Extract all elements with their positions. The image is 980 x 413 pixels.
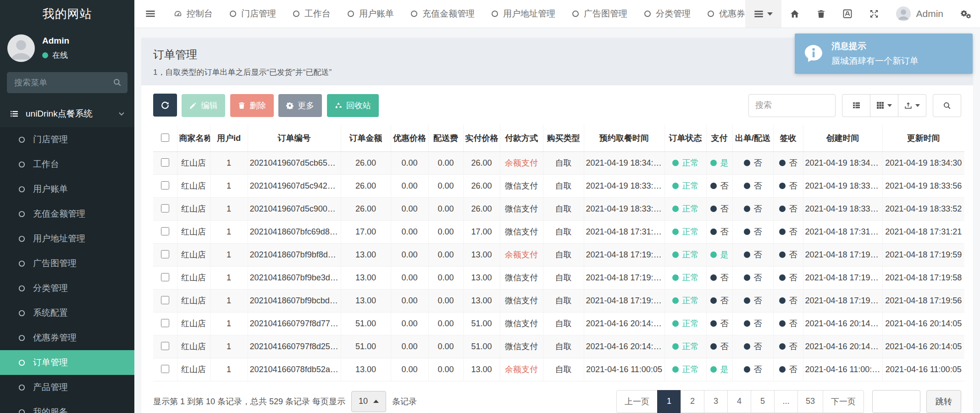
topnav-item[interactable]: 门店管理 (229, 8, 276, 20)
panel-body: 编辑 删除 (141, 85, 973, 413)
avatar (896, 6, 911, 21)
cell-ship-flag: 否 (732, 197, 773, 220)
topnav-item[interactable]: 分类管理 (644, 8, 691, 20)
home-button[interactable] (781, 0, 808, 28)
user-menu[interactable]: Admin (887, 0, 952, 28)
page-button[interactable]: 2 (681, 390, 704, 413)
page-button[interactable]: 1 (657, 390, 681, 413)
page-button[interactable]: ... (774, 390, 798, 413)
pay-flag-dot-icon (710, 229, 717, 235)
ship-flag-dot-icon (744, 366, 750, 373)
nav-list-dropdown-button[interactable] (745, 0, 781, 28)
topbar-right: Admin (745, 0, 980, 28)
row-checkbox[interactable] (161, 319, 169, 327)
grid-icon (876, 101, 884, 109)
columns-button[interactable] (870, 94, 898, 117)
page-size-select[interactable]: 10 (351, 391, 386, 412)
cell-discount: 0.00 (391, 197, 428, 220)
app-root: 我的网站 Admin 在线 (0, 0, 980, 413)
table-row: 红山店 1 2021041660797f8d25ee71 51.00 0.00 … (153, 335, 964, 358)
topnav-item[interactable]: 广告图管理 (572, 8, 627, 20)
topnav-item-label: 充值金额管理 (422, 8, 475, 20)
cell-created: 2021-04-16 20:14:05 (803, 312, 882, 335)
topnav-item[interactable]: 优惠券管理 (707, 8, 745, 20)
sidebar-search-input[interactable] (7, 72, 127, 93)
page-button[interactable]: 3 (704, 390, 728, 413)
edit-button[interactable]: 编辑 (182, 94, 225, 117)
sidebar-item[interactable]: 系统配置 (0, 301, 134, 325)
recycle-bin-button[interactable]: 回收站 (327, 94, 379, 117)
row-checkbox[interactable] (161, 204, 169, 212)
sidebar-item[interactable]: 用户地址管理 (0, 226, 134, 251)
row-checkbox[interactable] (161, 296, 169, 304)
row-checkbox[interactable] (161, 227, 169, 235)
cell-paid: 26.00 (463, 197, 500, 220)
table-row: 红山店 1 20210418607bf9be3d6f01 13.00 0.00 … (153, 266, 964, 289)
pay-flag-badge: 否 (710, 180, 729, 191)
circle-icon (572, 10, 579, 17)
page-button[interactable]: 下一页 (823, 390, 864, 413)
status-label: 正常 (682, 295, 699, 306)
row-checkbox[interactable] (161, 365, 169, 373)
refresh-button[interactable] (153, 94, 177, 117)
topnav-item[interactable]: 控制台 (174, 8, 213, 20)
cell-ship-flag: 否 (732, 266, 773, 289)
more-button[interactable]: 更多 (278, 94, 322, 117)
sidebar-item[interactable]: 工作台 (0, 152, 134, 177)
sidebar-item[interactable]: 我的服务 (0, 400, 134, 413)
select-all-checkbox[interactable] (161, 134, 169, 142)
status-badge: 正常 (672, 318, 699, 329)
ship-flag-dot-icon (744, 251, 750, 258)
cell-delivery-fee: 0.00 (428, 197, 463, 220)
page-jump-button[interactable]: 跳转 (926, 390, 961, 413)
row-checkbox[interactable] (161, 250, 169, 258)
cell-paid: 51.00 (463, 335, 500, 358)
cell-buy-type: 自取 (543, 358, 584, 381)
sidebar-item[interactable]: 订单管理 (0, 350, 134, 375)
topnav-item[interactable]: 用户地址管理 (491, 8, 555, 20)
topnav-item[interactable]: 工作台 (293, 8, 331, 20)
fullscreen-button[interactable] (861, 0, 887, 28)
column-header: 付款方式 (500, 125, 543, 151)
search-icon[interactable] (113, 78, 122, 87)
brand-title[interactable]: 我的网站 (0, 0, 134, 28)
ship-flag-label: 否 (754, 226, 762, 237)
delete-button[interactable]: 删除 (230, 94, 274, 117)
language-button[interactable] (834, 0, 861, 28)
topnav-item[interactable]: 用户账单 (347, 8, 394, 20)
sidebar-item[interactable]: 门店管理 (0, 127, 134, 152)
page-jump-input[interactable] (872, 390, 920, 413)
cell-order-no: 2021041660797f8d77e5f1 (248, 312, 341, 335)
sidebar-toggle-icon[interactable] (145, 9, 155, 19)
sidebar-item[interactable]: 用户账单 (0, 177, 134, 201)
topnav-item[interactable]: 充值金额管理 (410, 8, 475, 20)
row-checkbox[interactable] (161, 158, 169, 167)
detail-view-button[interactable] (842, 94, 870, 117)
sidebar-item[interactable]: 优惠券管理 (0, 325, 134, 350)
page-button[interactable]: 53 (797, 390, 823, 413)
cell-created: 2021-04-16 20:14:05 (803, 335, 882, 358)
sidebar-item[interactable]: 广告图管理 (0, 251, 134, 276)
cell-checkbox (153, 151, 177, 174)
sidebar-item-label: 门店管理 (33, 134, 68, 145)
export-button[interactable] (898, 94, 926, 117)
sidebar-group-unidrink[interactable]: uniDrink点餐系统 (0, 100, 134, 127)
row-checkbox[interactable] (161, 342, 169, 350)
sidebar-item[interactable]: 产品管理 (0, 375, 134, 400)
page-button[interactable]: 上一页 (616, 390, 658, 413)
row-checkbox[interactable] (161, 273, 169, 281)
table-search-input[interactable] (748, 94, 836, 117)
row-checkbox[interactable] (161, 181, 169, 190)
search-submit-button[interactable] (933, 94, 961, 117)
cell-sign-flag: 否 (773, 335, 803, 358)
cell-order-status: 正常 (664, 151, 706, 174)
sidebar-item[interactable]: 充值金额管理 (0, 201, 134, 226)
settings-button[interactable] (952, 0, 980, 28)
column-header: 商家名称 (177, 125, 210, 151)
page-button[interactable]: 5 (751, 390, 775, 413)
more-button-label: 更多 (298, 100, 314, 111)
page-button[interactable]: 4 (727, 390, 751, 413)
clear-cache-button[interactable] (808, 0, 834, 28)
sign-flag-badge: 否 (779, 226, 797, 237)
sidebar-item[interactable]: 分类管理 (0, 276, 134, 301)
